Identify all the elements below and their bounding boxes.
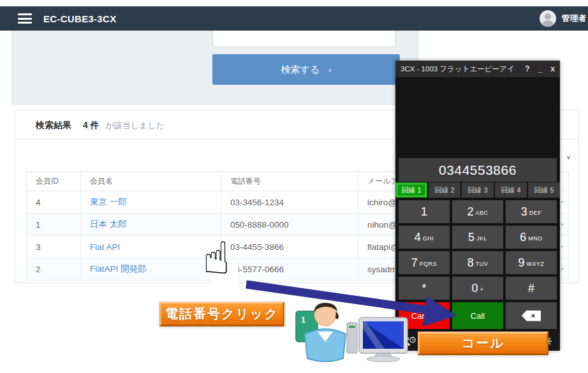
column-header-1: 会員ID [27, 172, 81, 191]
results-label: 検索結果 [36, 120, 71, 130]
member-name-link[interactable]: Flat API [90, 242, 120, 252]
help-button[interactable]: ? [525, 64, 529, 73]
chevron-down-icon: ∨ [566, 154, 571, 161]
line-tab[interactable]: 回線 1 [395, 182, 427, 198]
softphone-titlebar[interactable]: 3CX - 1003 フラットエーピーアイ Wi... ? _ x [395, 61, 560, 77]
keypad-key-*[interactable]: * [399, 277, 450, 300]
user-avatar[interactable] [540, 10, 556, 27]
svg-text:1: 1 [301, 315, 305, 325]
member-name-cell: FlatAPI 開発部 [81, 258, 221, 281]
keypad-key-1[interactable]: 1 [399, 200, 450, 223]
keypad-key-9[interactable]: 9WXYZ [506, 251, 557, 274]
member-phone-cell: 050-8888-0000 [221, 214, 358, 236]
call-annotation: コール [418, 332, 548, 355]
line-tab[interactable]: 回線 4 [495, 182, 527, 198]
call-button[interactable]: Call [452, 302, 503, 329]
keypad-key-7[interactable]: 7PQRS [399, 251, 450, 274]
keypad-key-3[interactable]: 3DEF [506, 200, 557, 223]
line-tabs: 回線 1回線 2回線 3回線 4回線 5 [395, 182, 560, 198]
member-name-cell: 日本 太郎 [81, 214, 221, 236]
softphone-window-title: 3CX - 1003 フラットエーピーアイ Wi... [401, 64, 517, 74]
minimize-button[interactable]: _ [538, 64, 543, 73]
search-button[interactable]: 検索する › [212, 54, 400, 85]
phone-number-link[interactable]: 050-8888-0000 [230, 220, 289, 230]
member-id-cell: 3 [27, 236, 81, 258]
softphone-blank-area [395, 77, 560, 158]
results-suffix: が該当しました [105, 121, 165, 130]
member-id-cell: 1 [27, 214, 81, 236]
keypad-key-#[interactable]: # [506, 277, 557, 300]
member-name-cell: Flat API [81, 236, 221, 258]
operator-clipart: 1 [286, 298, 416, 362]
member-name-link[interactable]: FlatAPI 開発部 [90, 264, 147, 274]
keypad-key-5[interactable]: 5JKL [452, 226, 503, 249]
phone-click-annotation: 電話番号クリック [159, 302, 284, 326]
column-header-3: 電話番号 [221, 172, 358, 191]
keypad-key-0[interactable]: 0+ [452, 277, 503, 300]
member-id-cell: 2 [27, 258, 81, 281]
hand-cursor-icon: ☝ [203, 240, 254, 295]
keypad-key-4[interactable]: 4GHI [399, 226, 450, 249]
call-action-row: Cancel Call × [399, 302, 557, 329]
chevron-right-icon: › [328, 66, 331, 75]
search-input[interactable] [212, 28, 396, 47]
top-navbar: EC-CUBE3-3CX 管理者 様 [0, 6, 588, 31]
keypad-key-6[interactable]: 6MNO [506, 226, 557, 249]
line-tab[interactable]: 回線 5 [528, 182, 560, 198]
member-name-link[interactable]: 日本 太郎 [90, 219, 127, 229]
dialed-number-display[interactable]: 0344553866 [399, 158, 557, 182]
member-phone-cell: 03-3456-1234 [221, 191, 358, 214]
hamburger-menu-icon[interactable] [18, 13, 32, 24]
member-name-cell: 東京 一郎 [81, 191, 221, 214]
search-button-label: 検索する [281, 64, 320, 75]
keypad-key-8[interactable]: 8TUV [452, 251, 503, 274]
line-tab[interactable]: 回線 3 [462, 182, 494, 198]
backspace-icon: × [522, 311, 541, 321]
softphone-window: 3CX - 1003 フラットエーピーアイ Wi... ? _ x 034455… [395, 61, 560, 351]
user-label[interactable]: 管理者 様 [561, 13, 588, 24]
backspace-button[interactable]: × [506, 302, 557, 329]
line-tab[interactable]: 回線 2 [429, 182, 460, 198]
column-header-2: 会員名 [81, 172, 221, 191]
app-title: EC-CUBE3-3CX [43, 13, 116, 24]
member-id-cell: 4 [27, 191, 81, 214]
keypad-key-2[interactable]: 2ABC [452, 200, 503, 223]
close-button[interactable]: x [550, 64, 555, 73]
member-name-link[interactable]: 東京 一郎 [90, 197, 127, 207]
dial-keypad: 12ABC3DEF4GHI5JKL6MNO7PQRS8TUV9WXYZ*0+# [399, 200, 557, 300]
phone-number-link[interactable]: 03-3456-1234 [230, 198, 284, 207]
results-count: 4 件 [83, 120, 99, 130]
